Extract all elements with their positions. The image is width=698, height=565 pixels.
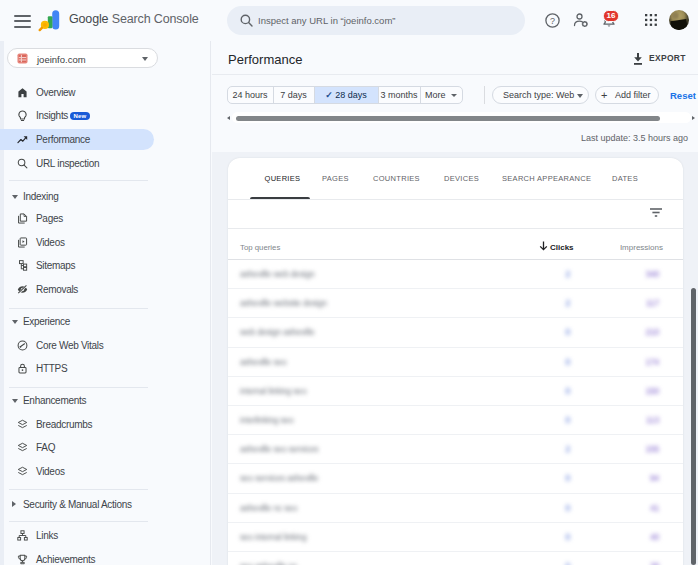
svg-text:?: ? bbox=[550, 16, 555, 26]
